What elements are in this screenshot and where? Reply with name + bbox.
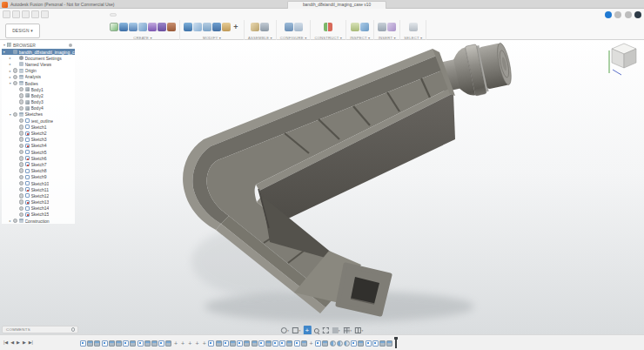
- timeline-feature-sketch-icon[interactable]: [315, 340, 321, 347]
- browser-tree-row[interactable]: Bodies: [2, 80, 75, 86]
- browser-tree-row[interactable]: Sketch2: [2, 130, 75, 136]
- browser-tree-row[interactable]: Sketch11: [2, 186, 75, 192]
- timeline-feature-extrude-icon[interactable]: [322, 340, 328, 347]
- timeline-feature-sketch-icon[interactable]: [366, 340, 372, 347]
- timeline-feature-revolve-icon[interactable]: [344, 340, 350, 347]
- playback-button[interactable]: [10, 339, 14, 347]
- timeline-feature-extrude-icon[interactable]: [244, 340, 250, 347]
- timeline-feature-sketch-icon[interactable]: [208, 340, 214, 347]
- playback-button[interactable]: [29, 339, 33, 347]
- ribbon-tab[interactable]: [185, 14, 191, 16]
- comments-bar[interactable]: COMMENTS: [2, 326, 78, 333]
- timeline-feature-extrude-icon[interactable]: [144, 340, 151, 347]
- visibility-toggle-icon[interactable]: [19, 93, 24, 98]
- timeline-feature-extrude-icon[interactable]: [379, 340, 386, 347]
- visibility-toggle-icon[interactable]: [13, 81, 18, 86]
- qat-icon[interactable]: [3, 10, 10, 18]
- comment-bubble-icon[interactable]: [71, 327, 76, 332]
- combine-icon[interactable]: [212, 23, 221, 31]
- timeline-feature-sketch-icon[interactable]: [123, 340, 129, 347]
- timeline-feature-extrude-icon[interactable]: [87, 340, 93, 347]
- document-tab[interactable]: bandth_d8standtl_imaging_case v10: [287, 1, 386, 9]
- visibility-toggle-icon[interactable]: [19, 162, 24, 167]
- model-3d-bracket[interactable]: [0, 40, 644, 334]
- visibility-toggle-icon[interactable]: [13, 112, 18, 118]
- visibility-toggle-icon[interactable]: [19, 181, 24, 186]
- playback-button[interactable]: [17, 339, 20, 347]
- timeline-feature-extrude-icon[interactable]: [151, 340, 158, 347]
- timeline-feature-sketch-icon[interactable]: [294, 340, 300, 347]
- sketch-icon[interactable]: [110, 23, 118, 31]
- timeline-feature-extrude-icon[interactable]: [94, 340, 100, 347]
- visibility-toggle-icon[interactable]: [19, 199, 24, 205]
- timeline-feature-extrude-icon[interactable]: [286, 340, 292, 347]
- browser-tree-row[interactable]: Sketch13: [2, 199, 75, 205]
- joint-icon[interactable]: [260, 23, 269, 31]
- revolve-icon[interactable]: [129, 23, 138, 31]
- browser-tree-row[interactable]: Sketch1: [2, 124, 75, 130]
- browser-tree-row[interactable]: Sketch3: [2, 137, 75, 143]
- expand-arrow-icon[interactable]: [8, 56, 13, 60]
- account-icon[interactable]: [614, 11, 621, 18]
- timeline-feature-extrude-icon[interactable]: [230, 340, 236, 347]
- browser-tree-row[interactable]: Document Settings: [2, 55, 75, 61]
- timeline-feature-move-icon[interactable]: [180, 340, 186, 347]
- browser-tree-row[interactable]: Body3: [2, 99, 75, 105]
- visibility-toggle-icon[interactable]: [19, 193, 24, 199]
- account-icon[interactable]: [594, 11, 601, 18]
- timeline-feature-extrude-icon[interactable]: [301, 340, 307, 347]
- view-cube[interactable]: [604, 40, 642, 80]
- offset-face-icon[interactable]: [222, 23, 231, 31]
- timeline-feature-revolve-icon[interactable]: [330, 340, 336, 347]
- visibility-toggle-icon[interactable]: [19, 187, 24, 192]
- fillet-icon[interactable]: [193, 23, 202, 31]
- timeline-feature-extrude-icon[interactable]: [130, 340, 136, 347]
- timeline-feature-move-icon[interactable]: [201, 340, 207, 347]
- timeline-feature-extrude-icon[interactable]: [109, 340, 115, 347]
- playback-button[interactable]: [23, 339, 26, 347]
- browser-options-icon[interactable]: [69, 44, 72, 47]
- timeline-feature-sketch-icon[interactable]: [158, 340, 164, 347]
- visibility-toggle-icon[interactable]: [19, 131, 24, 136]
- press-pull-icon[interactable]: [184, 23, 192, 31]
- timeline-feature-move-icon[interactable]: [172, 340, 178, 347]
- visibility-toggle-icon[interactable]: [19, 87, 24, 92]
- browser-tree-row[interactable]: test_outline: [2, 118, 75, 124]
- browser-tree-row[interactable]: Analysis: [2, 74, 75, 80]
- timeline-feature-extrude-icon[interactable]: [116, 340, 122, 347]
- account-icon[interactable]: [634, 11, 641, 18]
- timeline-feature-extrude-icon[interactable]: [216, 340, 222, 347]
- construct-plane-icon[interactable]: [324, 23, 332, 31]
- timeline-feature-move-icon[interactable]: [308, 340, 314, 347]
- visibility-toggle-icon[interactable]: [19, 175, 24, 180]
- visibility-toggle-icon[interactable]: [19, 206, 24, 212]
- timeline-feature-sketch-icon[interactable]: [102, 340, 108, 347]
- visibility-toggle-icon[interactable]: [19, 144, 24, 149]
- new-component-icon[interactable]: [251, 23, 259, 31]
- sweep-icon[interactable]: [138, 23, 147, 31]
- visibility-toggle-icon[interactable]: [19, 106, 24, 111]
- visibility-toggle-icon[interactable]: [19, 168, 24, 173]
- browser-tree-row[interactable]: Construction: [2, 218, 75, 224]
- timeline-playhead[interactable]: [395, 338, 397, 348]
- timeline-feature-sketch-icon[interactable]: [351, 340, 357, 347]
- timeline-feature-revolve-icon[interactable]: [337, 340, 343, 347]
- loft-icon[interactable]: [148, 23, 157, 31]
- account-icon[interactable]: [605, 11, 612, 18]
- browser-tree-row[interactable]: Body4: [2, 105, 75, 111]
- measure-icon[interactable]: [351, 23, 359, 31]
- browser-tree-row[interactable]: Sketches: [2, 111, 75, 118]
- timeline-feature-extrude-icon[interactable]: [165, 340, 171, 347]
- section-analysis-icon[interactable]: [360, 23, 369, 31]
- browser-tree-row[interactable]: Body1: [2, 86, 75, 92]
- browser-tree-row[interactable]: Sketch9: [2, 174, 75, 180]
- qat-icon[interactable]: [22, 10, 30, 18]
- timeline-feature-sketch-icon[interactable]: [372, 340, 379, 347]
- browser-tree-row[interactable]: Origin: [2, 68, 75, 74]
- visibility-toggle-icon[interactable]: [19, 125, 24, 130]
- config-table-icon[interactable]: [294, 23, 303, 31]
- browser-tree-row[interactable]: Sketch4: [2, 143, 75, 149]
- visibility-toggle-icon[interactable]: [19, 118, 24, 124]
- playback-button[interactable]: [3, 339, 8, 347]
- timeline-feature-extrude-icon[interactable]: [386, 340, 392, 347]
